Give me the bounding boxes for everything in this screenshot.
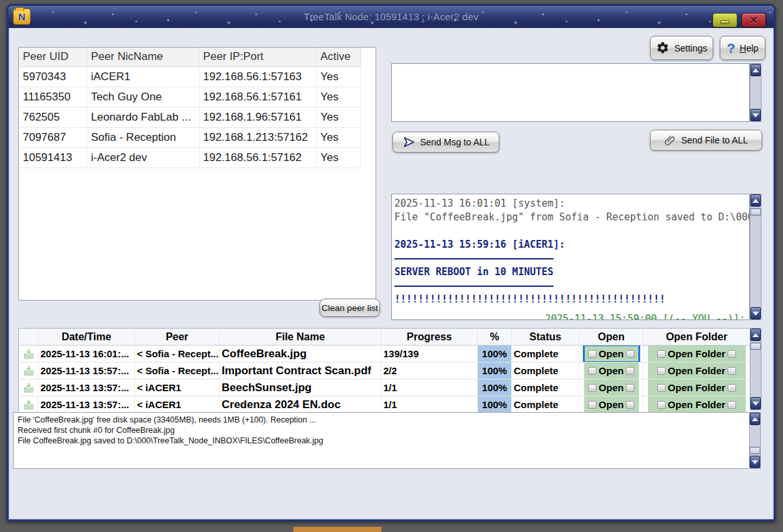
cell-datetime: 2025-11-13 15:57:...	[38, 362, 135, 379]
cell-open-folder: Open Folder	[643, 396, 750, 413]
app-icon: N	[13, 8, 31, 25]
app-icon-letter: N	[18, 11, 25, 22]
cell-status: Complete	[512, 379, 580, 396]
scroll-up-icon[interactable]	[750, 329, 761, 341]
chat-system-time: 2025-11-13 16:01:01 [system]:	[394, 197, 749, 211]
minimize-button[interactable]	[713, 13, 737, 27]
cell-icon	[19, 346, 38, 362]
peer-row[interactable]: 762505 Leonardo FabLab ... 192.168.1.96:…	[19, 107, 361, 127]
tx-header-pct: %	[478, 329, 512, 346]
open-folder-button[interactable]: Open Folder	[648, 346, 746, 362]
question-icon: ?	[727, 40, 735, 56]
open-button[interactable]: Open	[584, 379, 639, 396]
activity-log[interactable]: File 'CoffeeBreak.jpg' free disk space (…	[13, 412, 750, 469]
scroll-up-icon[interactable]	[750, 194, 761, 207]
clean-peer-list-button[interactable]: Clean peer list	[319, 299, 380, 317]
cell-open-folder: Open Folder	[643, 379, 750, 396]
cell-percent: 100%	[478, 379, 512, 396]
close-button[interactable]: ✕	[741, 13, 766, 27]
scroll-up-icon[interactable]	[750, 413, 760, 425]
chat-history[interactable]: 2025-11-13 16:01:01 [system]: File "Coff…	[391, 194, 750, 320]
chat-divider	[394, 286, 554, 287]
scroll-down-icon[interactable]	[750, 109, 761, 121]
scroll-down-icon[interactable]	[750, 397, 761, 409]
chat-you-header: 2025-11-13 15:59:00 [(-- YOU --)]:	[545, 312, 745, 320]
cell-progress: 1/1	[381, 396, 478, 413]
scroll-down-icon[interactable]	[750, 456, 760, 468]
button-cap	[588, 384, 597, 392]
message-input[interactable]	[391, 63, 750, 122]
open-folder-button[interactable]: Open Folder	[648, 379, 746, 396]
peer-uid: 10591413	[19, 147, 87, 168]
transfer-row[interactable]: 2025-11-13 16:01:... < Sofia - Recept...…	[19, 346, 750, 362]
peer-nick: iACER1	[87, 66, 199, 87]
open-folder-button[interactable]: Open Folder	[648, 396, 746, 413]
window-title: TreeTalk Node: 10591413 : i-Acer2 dev	[8, 11, 774, 22]
settings-button[interactable]: Settings	[650, 36, 713, 60]
log-line: File 'CoffeeBreak.jpg' free disk space (…	[18, 415, 746, 425]
button-cap	[588, 401, 597, 409]
download-icon	[23, 365, 35, 377]
transfer-row[interactable]: 2025-11-13 13:57:... < iACER1 Credenza 2…	[19, 396, 750, 413]
open-button[interactable]: Open	[584, 362, 639, 379]
cell-status: Complete	[512, 346, 580, 362]
help-label: Help	[740, 43, 759, 53]
download-icon	[23, 382, 35, 394]
cell-peer: < iACER1	[135, 379, 220, 396]
cell-file: Credenza 2024 EN.doc	[220, 396, 381, 413]
cell-file: CoffeeBreak.jpg	[220, 346, 381, 362]
peer-nick: Tech Guy One	[87, 87, 199, 107]
scrollbar-thumb[interactable]	[750, 208, 761, 216]
peer-ip: 192.168.56.1:57162	[199, 147, 316, 168]
button-cap	[728, 401, 736, 409]
cell-open: Open	[580, 346, 643, 362]
help-button[interactable]: ? Help	[720, 36, 765, 60]
tx-header-status: Status	[512, 329, 580, 346]
scroll-up-icon[interactable]	[750, 64, 761, 76]
scrollbar-thumb[interactable]	[750, 342, 761, 350]
peer-header-nick: Peer NicName	[87, 48, 199, 66]
open-folder-label: Open Folder	[668, 382, 725, 393]
send-icon	[402, 136, 415, 149]
button-cap	[626, 401, 634, 409]
cell-icon	[19, 396, 38, 413]
cell-status: Complete	[512, 396, 580, 413]
peer-row[interactable]: 7097687 Sofia - Reception 192.168.1.213:…	[19, 127, 361, 147]
peer-row[interactable]: 5970343 iACER1 192.168.56.1:57163 Yes	[19, 66, 361, 87]
send-msg-to-all-button[interactable]: Send Msg to ALL	[392, 132, 499, 153]
peer-ip: 192.168.56.1:57161	[199, 87, 316, 107]
scroll-down-icon[interactable]	[750, 307, 761, 319]
open-button[interactable]: Open	[584, 346, 639, 362]
button-cap	[626, 384, 634, 392]
peer-active: Yes	[316, 66, 361, 87]
cell-progress: 2/2	[381, 362, 478, 379]
scrollbar-thumb[interactable]	[750, 447, 760, 454]
button-cap	[626, 350, 634, 358]
peer-row[interactable]: 10591413 i-Acer2 dev 192.168.56.1:57162 …	[19, 147, 361, 168]
peer-row[interactable]: 11165350 Tech Guy One 192.168.56.1:57161…	[19, 87, 361, 107]
transfer-row[interactable]: 2025-11-13 15:57:... < Sofia - Recept...…	[19, 362, 750, 379]
transfer-row[interactable]: 2025-11-13 13:57:... < iACER1 BeechSunse…	[19, 379, 750, 396]
transfers-scrollbar[interactable]	[750, 328, 761, 410]
open-folder-button[interactable]: Open Folder	[648, 362, 746, 379]
peer-ip: 192.168.1.96:57161	[199, 107, 316, 127]
close-icon: ✕	[750, 14, 758, 26]
send-file-to-all-button[interactable]: Send File to ALL	[650, 130, 762, 151]
button-cap	[626, 367, 634, 375]
chat-spacer	[394, 224, 749, 238]
cell-datetime: 2025-11-13 13:57:...	[38, 379, 135, 396]
log-scrollbar[interactable]	[749, 412, 761, 469]
cell-peer: < Sofia - Recept...	[135, 346, 220, 362]
message-scrollbar[interactable]	[750, 63, 761, 122]
peer-active: Yes	[316, 127, 361, 147]
peer-uid: 7097687	[19, 127, 87, 147]
open-label: Open	[598, 382, 623, 393]
open-button[interactable]: Open	[584, 396, 639, 413]
button-cap	[657, 350, 666, 358]
chat-scrollbar[interactable]	[750, 194, 761, 320]
send-msg-label: Send Msg to ALL	[420, 137, 490, 147]
cell-progress: 139/139	[381, 346, 478, 362]
tx-header-peer: Peer	[135, 329, 220, 346]
titlebar[interactable]: N TreeTalk Node: 10591413 : i-Acer2 dev …	[8, 6, 774, 28]
cell-datetime: 2025-11-13 13:57:...	[38, 396, 135, 413]
